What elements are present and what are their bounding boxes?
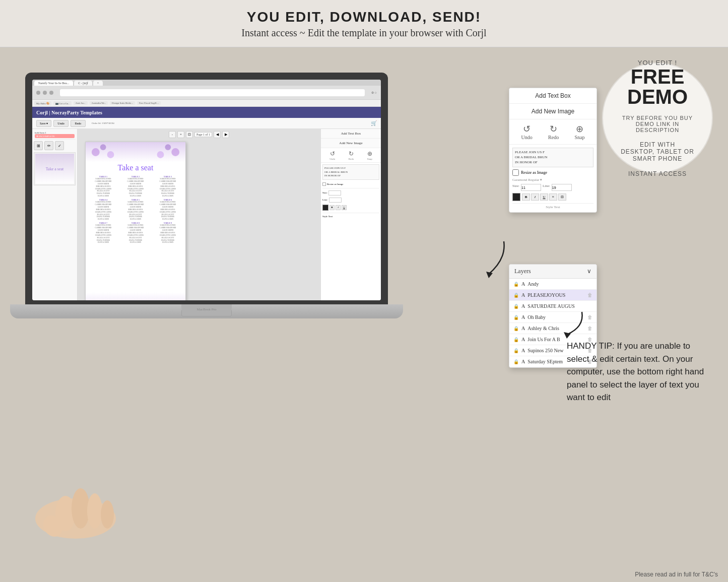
layer-name-andy: Andy (527, 281, 592, 287)
lock-icon-4: 🔒 (513, 315, 519, 320)
ep-add-text-btn[interactable]: Add Text Box (321, 129, 381, 139)
bold-btn[interactable]: B (329, 205, 335, 210)
ep-redo[interactable]: ↻ Redo (349, 150, 354, 160)
refresh-btn[interactable] (49, 91, 53, 95)
panel-add-text-btn[interactable]: Add Text Box (509, 88, 597, 104)
panel-resize-checkbox[interactable] (512, 169, 519, 176)
svg-point-0 (92, 148, 100, 156)
bookmark-6[interactable]: Free Fiscal Seg/E... (137, 101, 161, 105)
ep-line-row: Line: (321, 197, 381, 204)
panel-underline-btn[interactable]: U (540, 193, 548, 201)
order-info: held Item 1 ⊗ INCOMPLETE (34, 131, 76, 140)
url-bar[interactable] (60, 89, 365, 96)
demo-free: FREE (631, 67, 685, 87)
nav-btn-1[interactable]: ⊞ (34, 141, 43, 150)
headline: YOU EDIT, DOWNLOAD, SEND! (0, 9, 728, 25)
next-page[interactable]: ▶ (222, 131, 229, 138)
layers-chevron[interactable]: ∨ (587, 268, 591, 275)
color-picker[interactable] (322, 205, 328, 211)
floral-top (86, 142, 185, 162)
page-indicator: Page 1 of 1 (194, 132, 212, 137)
bookmark-3[interactable]: Asst Au... (74, 101, 88, 105)
seating-document: Take a seat TABLE 1 SAMANTHA JONESCARRIE… (85, 142, 186, 300)
floating-edit-panel: Add Text Box Add New Image ↺ Undo ↻ Redo… (509, 88, 597, 213)
panel-snap-label: Snap (574, 135, 584, 140)
browser-tab-1[interactable]: Namify Your In-Se Bea... (34, 81, 73, 86)
panel-list-btn[interactable]: ⊟ (558, 193, 566, 201)
browser-tabs: Namify Your In-Se Bea... C - [in]f + (32, 80, 381, 86)
table-col-7: TABLE 7 SAMANTHA JONESCARRIE BRADFORDJAS… (88, 222, 119, 244)
free-demo-circle: YOU EDIT ! FREE DEMO TRY BEFORE YOU BUY … (602, 62, 713, 173)
back-btn[interactable] (36, 91, 40, 95)
svg-point-5 (157, 151, 164, 158)
panel-size-input[interactable] (521, 184, 541, 191)
corjl-left-panel: held Item 1 ⊗ INCOMPLETE ⊞ ✏ ✓ Take a se… (32, 129, 78, 300)
layer-pleasejoyous[interactable]: 🔒 A PLEASEJOYOUS 🗑 (509, 290, 597, 301)
bookmark-1[interactable]: My Hubs 🎨 (34, 101, 51, 105)
bookmark-2[interactable]: 📷 Get a Go.. (53, 101, 72, 105)
panel-redo-icon: ↻ (550, 123, 557, 135)
delete-icon-4[interactable]: 🗑 (587, 314, 592, 320)
resize-checkbox[interactable] (322, 182, 326, 186)
browser-actions: ⚙ ☆ (371, 91, 377, 94)
table-col-2: TABLE 2 SAMANTHA JONESCARRIE BRADFORDJAS… (120, 175, 151, 198)
panel-font-label: Garamond Regular ▾ (512, 178, 593, 182)
delete-icon-2[interactable]: 🗑 (587, 292, 592, 298)
canvas-toolbar: - + ⊡ Page 1 of 1 ◀ ▶ (169, 131, 229, 138)
laptop-frame: Namify Your In-Se Bea... C - [in]f + ⚙ ☆… (10, 73, 403, 330)
panel-align-btn[interactable]: ≡ (549, 193, 557, 201)
delete-icon-5[interactable]: 🗑 (587, 326, 592, 331)
panel-redo-label: Redo (548, 135, 559, 140)
nav-icons: ⊞ ✏ ✓ (34, 141, 76, 150)
prev-page[interactable]: ◀ (214, 131, 221, 138)
browser-tab-new[interactable]: + (93, 81, 103, 86)
panel-line-input[interactable] (552, 184, 572, 191)
ep-line-input[interactable] (329, 198, 342, 203)
nav-btn-2[interactable]: ✏ (44, 141, 53, 150)
panel-italic-btn[interactable]: I (531, 193, 539, 201)
zoom-out[interactable]: - (169, 131, 176, 138)
panel-undo-label: Undo (521, 135, 533, 140)
panel-undo-icon: ↺ (523, 123, 531, 135)
bookmark-5[interactable]: Design Suite Bride... (110, 101, 135, 105)
lock-icon-3: 🔒 (513, 304, 519, 309)
fit-page[interactable]: ⊡ (186, 131, 193, 138)
table-9-entries: SAMANTHA JONESCARRIE BRADFORDJASON SMITH… (152, 224, 183, 244)
toolbar-cart[interactable]: 🛒 (371, 120, 377, 126)
panel-undo-btn[interactable]: ↺ Undo (521, 123, 533, 140)
edit-side-panel: Add Text Box Add New Image ↺ Undo ↻ Redo (320, 129, 381, 300)
table-col-6: TABLE 6 SAMANTHA JONESCARRIE BRADFORDJAS… (152, 199, 183, 221)
toolbar-undo[interactable]: Undo (53, 120, 69, 127)
table-col-5: TABLE 5 SAMANTHA JONESCARRIE BRADFORDJAS… (120, 199, 151, 221)
bookmark-4[interactable]: Australia We.. (90, 101, 108, 105)
seating-chart-title: Take a seat (86, 162, 185, 173)
toolbar-save[interactable]: Save ▾ (36, 120, 51, 127)
layer-type-4: A (521, 314, 525, 320)
panel-snap-btn[interactable]: ⊕ Snap (574, 123, 584, 140)
handy-tip-content: HANDY TIP: If you are unable to select &… (567, 341, 704, 402)
style-text-label: Style Text (322, 215, 333, 218)
panel-redo-btn[interactable]: ↻ Redo (548, 123, 559, 140)
ep-snap[interactable]: ⊕ Snap (367, 150, 372, 160)
forward-btn[interactable] (43, 91, 47, 95)
table-3-entries: SAMANTHA JONESCARRIE BRADFORDJASON SMITH… (152, 178, 183, 198)
nav-btn-3[interactable]: ✓ (55, 141, 64, 150)
panel-line-label: Line: (543, 184, 550, 191)
arrow-1-svg (479, 239, 509, 279)
panel-bold-btn[interactable]: B (522, 193, 530, 201)
table-col-3: TABLE 3 SAMANTHA JONESCARRIE BRADFORDJAS… (152, 175, 183, 198)
table-4-entries: SAMANTHA JONESCARRIE BRADFORDJASON SMITH… (88, 201, 119, 221)
zoom-in[interactable]: + (177, 131, 184, 138)
ep-add-image-btn[interactable]: Add New Image (321, 139, 381, 148)
ep-undo[interactable]: ↺ Undo (329, 150, 335, 160)
laptop-base: MacBook Pro (10, 304, 403, 318)
italic-btn[interactable]: I (336, 205, 341, 210)
toolbar-redo[interactable]: Redo (71, 120, 86, 127)
layer-type-7: A (521, 348, 525, 353)
browser-tab-2[interactable]: C - [in]f (74, 81, 92, 86)
panel-color-swatch[interactable] (512, 193, 520, 201)
layer-andy[interactable]: 🔒 A Andy (509, 279, 597, 290)
underline-btn[interactable]: U (342, 205, 347, 210)
ep-size-input[interactable] (328, 190, 341, 196)
panel-add-image-btn[interactable]: Add New Image (509, 104, 597, 119)
